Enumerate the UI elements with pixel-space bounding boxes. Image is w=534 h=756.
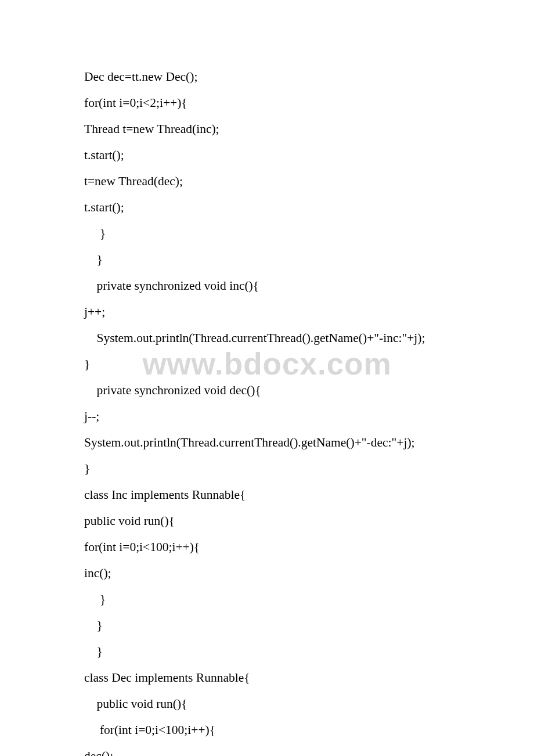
code-line: }	[84, 247, 453, 273]
code-line: }	[84, 351, 453, 377]
code-line: private synchronized void inc(){	[84, 273, 453, 299]
code-line: }	[84, 613, 453, 639]
code-line: }	[84, 456, 453, 482]
code-line: for(int i=0;i<100;i++){	[84, 534, 453, 560]
code-line: System.out.println(Thread.currentThread(…	[84, 325, 453, 351]
code-line: for(int i=0;i<100;i++){	[84, 717, 453, 743]
code-line: public void run(){	[84, 508, 453, 534]
code-line: t.start();	[84, 195, 453, 221]
code-line: j--;	[84, 404, 453, 430]
code-content: Dec dec=tt.new Dec(); for(int i=0;i<2;i+…	[0, 0, 534, 756]
code-line: }	[84, 586, 453, 613]
code-line: Dec dec=tt.new Dec();	[84, 64, 453, 90]
code-line: private synchronized void dec(){	[84, 377, 453, 404]
code-line: j++;	[84, 299, 453, 325]
code-line: dec();	[84, 743, 453, 756]
code-line: }	[84, 639, 453, 665]
code-line: t=new Thread(dec);	[84, 168, 453, 195]
code-line: System.out.println(Thread.currentThread(…	[84, 430, 453, 456]
code-line: inc();	[84, 560, 453, 586]
code-line: for(int i=0;i<2;i++){	[84, 90, 453, 116]
code-line: class Inc implements Runnable{	[84, 482, 453, 508]
code-line: class Dec implements Runnable{	[84, 665, 453, 691]
code-line: t.start();	[84, 142, 453, 168]
code-line: public void run(){	[84, 691, 453, 717]
code-line: }	[84, 221, 453, 247]
code-line: Thread t=new Thread(inc);	[84, 116, 453, 142]
